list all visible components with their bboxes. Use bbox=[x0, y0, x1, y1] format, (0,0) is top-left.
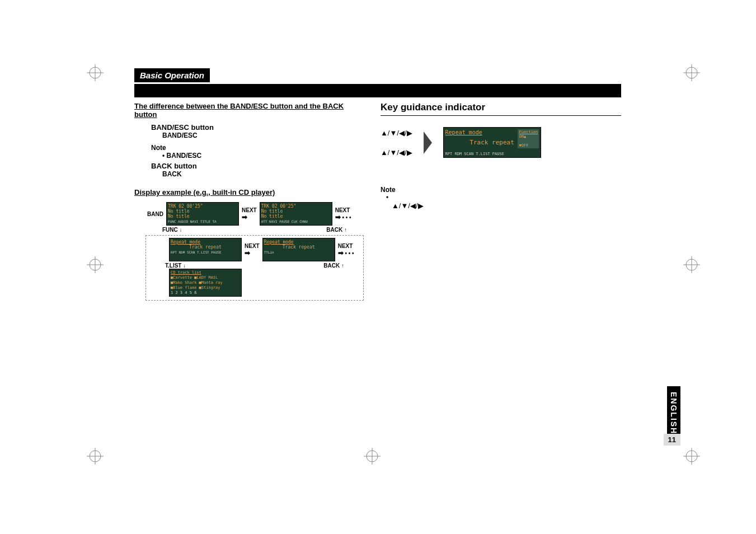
back-heading: BACK button bbox=[151, 162, 358, 170]
arrows-note: ▲/▼/◀/▶ bbox=[392, 202, 424, 210]
note-label-right: Note bbox=[381, 186, 621, 194]
arrow-right-icon bbox=[245, 250, 250, 256]
lcd-function: Repeat mode Track repeat RPT RDM SCAN T.… bbox=[169, 238, 242, 261]
left-column: The difference between the BAND/ESC butt… bbox=[134, 102, 358, 300]
dotted-function-box: Repeat mode Track repeat RPT RDM SCAN T.… bbox=[145, 235, 364, 301]
crop-mark-icon bbox=[87, 64, 104, 81]
arrows-indicator-2: ▲/▼/◀/▶ bbox=[381, 148, 412, 157]
pointer-triangle-icon bbox=[424, 132, 432, 154]
lcd-cd-main: TRK 02 00'25" No title No title FUNC AUD… bbox=[166, 202, 239, 226]
display-example-heading: Display example (e.g., built-in CD playe… bbox=[134, 188, 358, 196]
key-guidance-heading: Key guidance indicator bbox=[381, 102, 621, 116]
back-label: BACK ↑ bbox=[326, 227, 347, 233]
crop-mark-icon bbox=[683, 256, 700, 273]
band-label: BAND bbox=[145, 211, 163, 217]
back-text: BACK bbox=[162, 170, 358, 178]
crop-mark-icon bbox=[364, 448, 381, 465]
lcd-cd-main-2: TRK 02 00'25" No title No title ATT NAVI… bbox=[260, 202, 332, 226]
right-column: Key guidance indicator ▲/▼/◀/▶ ▲/▼/◀/▶ R… bbox=[381, 102, 621, 300]
crop-mark-icon bbox=[683, 64, 700, 81]
arrow-right-icon bbox=[338, 250, 344, 256]
next-label-2: NEXT • • • bbox=[335, 207, 351, 221]
language-tab: ENGLISH bbox=[667, 386, 680, 440]
bandesc-heading: BAND/ESC button bbox=[151, 123, 358, 132]
page-content: Basic Operation The difference between t… bbox=[134, 84, 621, 300]
display-diagram: BAND TRK 02 00'25" No title No title FUN… bbox=[145, 202, 364, 300]
crop-mark-icon bbox=[683, 448, 700, 465]
section-header-bar: Basic Operation bbox=[134, 84, 621, 97]
arrow-right-icon bbox=[242, 214, 247, 221]
arrows-indicator-1: ▲/▼/◀/▶ bbox=[381, 129, 412, 137]
bandesc-text: BAND/ESC bbox=[162, 132, 358, 139]
crop-mark-icon bbox=[87, 256, 104, 273]
diff-heading: The difference between the BAND/ESC butt… bbox=[134, 102, 358, 119]
crop-mark-icon bbox=[87, 448, 104, 465]
back-label-2: BACK ↑ bbox=[323, 263, 344, 269]
lcd-key-guidance: Repeat mode Track repeat Function ON▲ ▼O… bbox=[443, 127, 541, 158]
lcd-tracklist: CD track list ■Corvette ■LADY MAIL ■Mako… bbox=[169, 269, 242, 297]
section-title: Basic Operation bbox=[134, 68, 210, 82]
note-label: Note bbox=[151, 144, 358, 152]
lcd-function-2: Repeat mode Track repeat TTLin bbox=[262, 238, 335, 261]
note-text: • BAND/ESC bbox=[162, 152, 358, 160]
next-label: NEXT bbox=[242, 207, 257, 221]
tlist-label: T.LIST ↓ bbox=[165, 263, 186, 269]
func-label: FUNC ↓ bbox=[162, 227, 182, 233]
arrow-right-icon bbox=[335, 214, 341, 221]
page-number: 11 bbox=[664, 434, 680, 446]
